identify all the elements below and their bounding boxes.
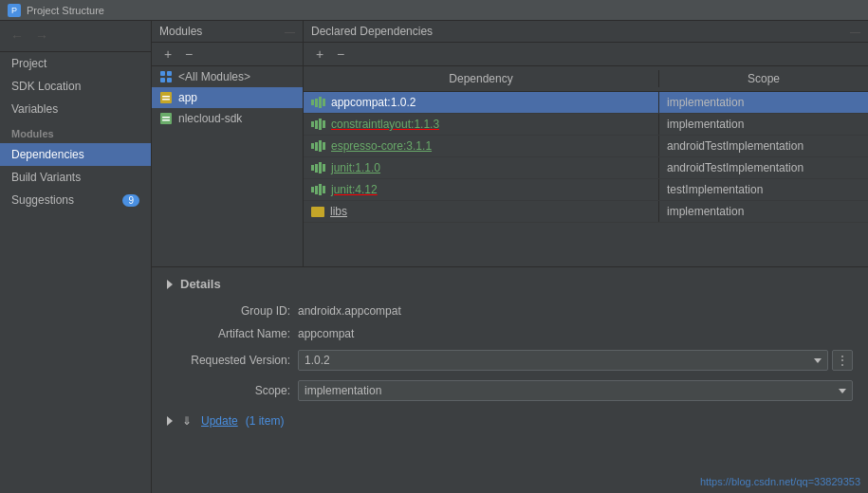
app-module-icon bbox=[159, 91, 173, 104]
update-section: ⇓ Update (1 item) bbox=[167, 414, 853, 428]
dep-appcompat-label: appcompat:1.0.2 bbox=[331, 96, 416, 109]
dep-add-button[interactable]: + bbox=[311, 46, 328, 63]
module-item-app[interactable]: app bbox=[152, 87, 303, 108]
svg-rect-5 bbox=[162, 96, 170, 98]
dep-junit1-scope: androidTestImplementation bbox=[659, 157, 868, 178]
dep-libs-scope: implementation bbox=[659, 201, 868, 222]
dep-junit2-scope: testImplementation bbox=[659, 179, 868, 200]
update-triangle-icon bbox=[167, 416, 173, 426]
svg-rect-6 bbox=[162, 99, 170, 100]
dependencies-panel: Declared Dependencies — + − Dependency S… bbox=[304, 21, 868, 266]
dep-junit1-label: junit:1.1.0 bbox=[331, 161, 380, 174]
sidebar-item-dependencies[interactable]: Dependencies bbox=[0, 143, 151, 166]
dep-libs-label: libs bbox=[330, 205, 347, 218]
group-id-label: Group ID: bbox=[167, 304, 290, 318]
group-id-value: androidx.appcompat bbox=[298, 304, 853, 318]
requested-version-row: 1.0.2 ⋮ bbox=[298, 350, 853, 371]
top-panels: Modules — + − bbox=[152, 21, 868, 267]
modules-toolbar: + − bbox=[152, 43, 303, 66]
sidebar-item-sdk-location[interactable]: SDK Location bbox=[0, 75, 151, 98]
details-grid: Group ID: androidx.appcompat Artifact Na… bbox=[167, 304, 853, 401]
modules-add-button[interactable]: + bbox=[159, 46, 176, 63]
suggestions-badge: 9 bbox=[122, 194, 139, 207]
nlecloud-module-icon bbox=[159, 112, 173, 125]
title-bar: P Project Structure bbox=[0, 0, 868, 21]
dependencies-toolbar: + − bbox=[304, 43, 868, 66]
dep-constraintlayout-label: constraintlayout:1.1.3 bbox=[331, 118, 439, 131]
dep-espresso-label: espresso-core:3.1.1 bbox=[331, 139, 432, 153]
dep-junit2-label: junit:4.12 bbox=[331, 183, 378, 196]
sidebar-item-project[interactable]: Project bbox=[0, 52, 151, 75]
module-item-all[interactable]: <All Modules> bbox=[152, 66, 303, 87]
scope-dropdown-arrow bbox=[839, 389, 846, 393]
dep-table-header: Dependency Scope bbox=[304, 66, 868, 92]
svg-rect-7 bbox=[160, 113, 172, 124]
dep-espresso-scope: androidTestImplementation bbox=[659, 136, 868, 156]
details-header: Details bbox=[167, 277, 853, 291]
dep-item-junit1[interactable]: junit:1.1.0 androidTestImplementation bbox=[304, 157, 868, 179]
svg-rect-1 bbox=[167, 71, 172, 76]
scope-value: implementation bbox=[305, 384, 381, 397]
sidebar-item-build-variants[interactable]: Build Variants bbox=[0, 166, 151, 189]
module-item-nlecloud-sdk[interactable]: nlecloud-sdk bbox=[152, 108, 303, 129]
scope-label: Scope: bbox=[167, 384, 290, 397]
dep-item-junit1-name: junit:1.1.0 bbox=[304, 157, 659, 178]
all-modules-icon bbox=[159, 70, 173, 83]
scope-row: implementation bbox=[298, 380, 853, 401]
details-title: Details bbox=[180, 277, 221, 291]
dep-item-libs[interactable]: libs implementation bbox=[304, 201, 868, 223]
modules-panel-title: Modules bbox=[159, 25, 202, 38]
modules-remove-button[interactable]: − bbox=[180, 46, 197, 63]
requested-version-dropdown-arrow bbox=[814, 358, 822, 363]
nav-forward-button[interactable]: → bbox=[32, 27, 51, 46]
dep-appcompat-scope: implementation bbox=[659, 92, 868, 113]
dep-item-appcompat[interactable]: appcompat:1.0.2 implementation bbox=[304, 92, 868, 114]
modules-panel-header: Modules — bbox=[152, 21, 303, 43]
dep-item-junit2[interactable]: junit:4.12 testImplementation bbox=[304, 179, 868, 201]
svg-rect-3 bbox=[167, 78, 172, 82]
requested-version-dropdown[interactable]: 1.0.2 bbox=[298, 350, 828, 371]
update-download-icon: ⇓ bbox=[180, 414, 194, 428]
svg-rect-8 bbox=[162, 117, 170, 119]
details-panel: Details Group ID: androidx.appcompat Art… bbox=[152, 267, 868, 493]
app-module-label: app bbox=[178, 91, 197, 104]
sidebar-nav: ← → bbox=[0, 21, 151, 52]
title-bar-text: Project Structure bbox=[27, 5, 104, 16]
update-link[interactable]: Update bbox=[201, 414, 238, 428]
modules-section-label: Modules bbox=[0, 120, 151, 143]
main-layout: ← → Project SDK Location Variables Modul… bbox=[0, 21, 868, 493]
sidebar: ← → Project SDK Location Variables Modul… bbox=[0, 21, 152, 493]
dep-library-icon-5 bbox=[311, 184, 325, 195]
dep-col-dependency-header: Dependency bbox=[304, 70, 659, 87]
dep-library-icon-2 bbox=[311, 119, 325, 130]
svg-rect-4 bbox=[160, 92, 172, 103]
nav-back-button[interactable]: ← bbox=[8, 27, 27, 46]
scope-dropdown[interactable]: implementation bbox=[298, 380, 853, 401]
dep-library-icon-3 bbox=[311, 140, 325, 152]
dep-item-espresso-name: espresso-core:3.1.1 bbox=[304, 136, 659, 156]
requested-version-value: 1.0.2 bbox=[305, 354, 330, 367]
svg-rect-9 bbox=[162, 119, 170, 121]
dep-col-scope-header: Scope bbox=[659, 70, 868, 87]
requested-version-icon-btn[interactable]: ⋮ bbox=[832, 350, 853, 371]
svg-rect-2 bbox=[160, 78, 165, 82]
sidebar-item-suggestions[interactable]: Suggestions 9 bbox=[0, 189, 151, 211]
artifact-name-value: appcompat bbox=[298, 327, 853, 340]
content-area: Modules — + − bbox=[152, 21, 868, 493]
all-modules-label: <All Modules> bbox=[178, 70, 250, 83]
dep-constraintlayout-scope: implementation bbox=[659, 114, 868, 135]
dep-item-espresso[interactable]: espresso-core:3.1.1 androidTestImplement… bbox=[304, 136, 868, 157]
update-count: (1 item) bbox=[246, 414, 285, 428]
dep-item-constraintlayout[interactable]: constraintlayout:1.1.3 implementation bbox=[304, 114, 868, 136]
dep-library-icon bbox=[311, 97, 325, 108]
dep-item-constraintlayout-name: constraintlayout:1.1.3 bbox=[304, 114, 659, 135]
svg-rect-0 bbox=[160, 71, 165, 76]
dep-remove-button[interactable]: − bbox=[332, 46, 349, 63]
dependencies-panel-header: Declared Dependencies — bbox=[304, 21, 868, 43]
dep-item-junit2-name: junit:4.12 bbox=[304, 179, 659, 200]
dep-library-icon-4 bbox=[311, 162, 325, 173]
dep-item-libs-name: libs bbox=[304, 201, 659, 222]
dependencies-panel-title: Declared Dependencies bbox=[311, 25, 433, 38]
folder-icon bbox=[311, 207, 324, 217]
sidebar-item-variables[interactable]: Variables bbox=[0, 98, 151, 120]
